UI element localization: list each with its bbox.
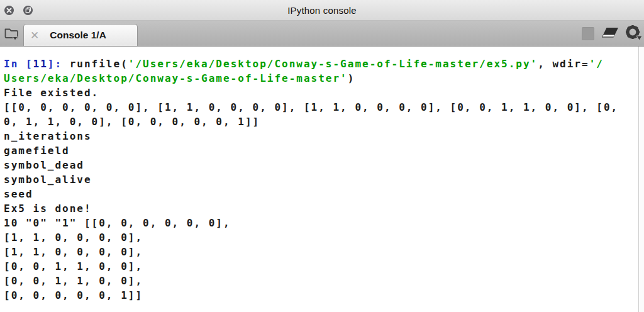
tab-label: Console 1/A — [50, 30, 106, 41]
pane-title: IPython console — [0, 5, 644, 16]
console-line: Ex5 is done! — [4, 201, 638, 216]
pane-titlebar: IPython console — [0, 0, 644, 21]
console-line: gamefield — [4, 143, 638, 158]
eraser-icon — [601, 27, 619, 40]
tab-close-icon[interactable]: ✕ — [30, 30, 39, 41]
console-line: In [11]: runfile('/Users/eka/Desktop/Con… — [4, 57, 638, 71]
console-line: [0, 0, 0, 0, 0, 1]] — [4, 288, 638, 303]
ipython-console-pane: IPython console ✕ Console 1/A — [0, 0, 644, 312]
clear-console-button[interactable] — [601, 27, 619, 40]
console-output[interactable]: In [11]: runfile('/Users/eka/Desktop/Con… — [0, 47, 638, 312]
folder-browse-tabs-icon — [4, 25, 20, 42]
console-line: Users/eka/Desktop/Conway-s-Game-of-Life-… — [4, 71, 638, 86]
console-line: symbol_alive — [4, 172, 638, 187]
console-line: 0, 1, 1, 0, 0], [0, 0, 0, 0, 0, 1]] — [4, 114, 638, 129]
browse-tabs-button[interactable] — [0, 21, 23, 46]
console-line: File existed. — [4, 86, 638, 100]
options-menu-button[interactable] — [626, 25, 642, 42]
gear-options-icon — [626, 25, 642, 42]
console-line: n_iterations — [4, 129, 638, 143]
console-area: In [11]: runfile('/Users/eka/Desktop/Con… — [0, 47, 644, 312]
console-line: [1, 1, 0, 0, 0, 0], — [4, 245, 638, 259]
console-line: [1, 1, 0, 0, 0, 0], — [4, 230, 638, 245]
console-tabbar: ✕ Console 1/A — [0, 21, 644, 47]
console-line: [[0, 0, 0, 0, 0, 0], [1, 1, 0, 0, 0, 0],… — [4, 100, 638, 114]
console-line: symbol_dead — [4, 158, 638, 172]
stop-command-button[interactable] — [582, 27, 594, 40]
console-line: seed — [4, 187, 638, 201]
console-line: 10 "0" "1" [[0, 0, 0, 0, 0, 0], — [4, 216, 638, 230]
tabbar-actions — [582, 21, 642, 46]
console-line: [0, 0, 1, 1, 0, 0], — [4, 259, 638, 274]
vertical-scrollbar[interactable] — [638, 47, 644, 312]
tab-console-1a[interactable]: ✕ Console 1/A — [23, 24, 138, 46]
console-line: [0, 0, 1, 1, 0, 0], — [4, 274, 638, 288]
